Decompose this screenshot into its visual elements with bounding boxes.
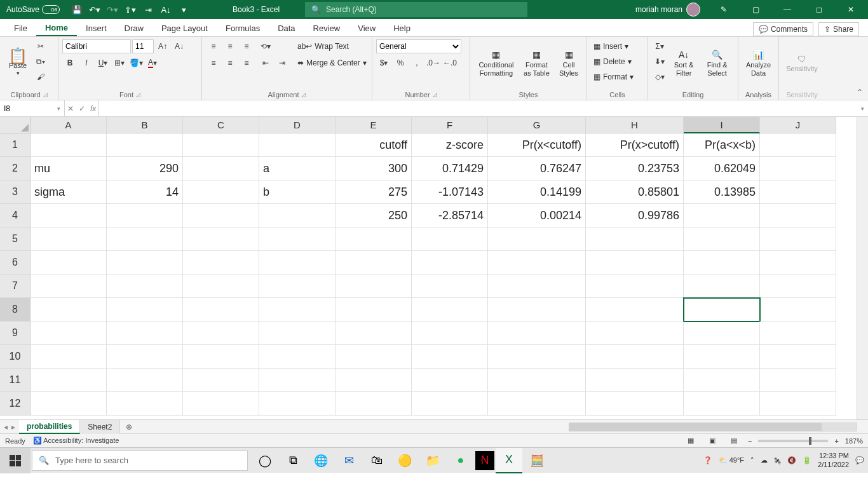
cell-C6[interactable] [183,251,259,274]
cell-G11[interactable] [488,369,586,392]
edge-icon[interactable]: 🌐 [308,448,334,473]
align-bottom-icon[interactable]: ≡ [239,39,254,53]
cell-A12[interactable] [31,392,107,416]
cell-I3[interactable]: 0.13985 [684,180,760,204]
cell-J4[interactable] [760,204,836,227]
cell-I2[interactable]: 0.62049 [684,157,760,180]
cell-I5[interactable] [684,227,760,251]
tab-data[interactable]: Data [269,20,304,36]
cell-F8[interactable] [412,298,488,322]
name-box-input[interactable] [4,104,42,113]
cell-H9[interactable] [586,322,684,345]
cell-J2[interactable] [760,157,836,180]
find-select-button[interactable]: 🔍Find & Select [700,39,734,88]
font-name-input[interactable] [62,39,131,53]
cell-G5[interactable] [488,227,586,251]
cell-H11[interactable] [586,369,684,392]
cell-A9[interactable] [31,322,107,345]
cell-A5[interactable] [31,227,107,251]
cell-J1[interactable] [760,133,836,157]
cell-G10[interactable] [488,345,586,369]
zoom-in-icon[interactable]: + [834,437,838,445]
wrap-text-button[interactable]: ab↩Wrap Text [295,39,369,53]
border-button[interactable]: ⊞▾ [112,56,127,70]
cell-A6[interactable] [31,251,107,274]
cell-E1[interactable]: cutoff [336,133,412,157]
start-button[interactable] [0,448,31,473]
cell-E5[interactable] [336,227,412,251]
row-header[interactable]: 1 [0,133,31,157]
cell-F1[interactable]: z-score [412,133,488,157]
cell-J8[interactable] [760,298,836,322]
clock[interactable]: 12:33 PM 2/11/2022 [818,452,849,468]
align-top-icon[interactable]: ≡ [206,39,221,53]
chevron-down-icon[interactable]: ▾ [57,105,60,112]
qat-btn-2[interactable]: ⇥ [140,2,156,17]
conditional-formatting-button[interactable]: ▦Conditional Formatting [474,39,519,88]
row-header[interactable]: 12 [0,392,31,416]
cell-D9[interactable] [259,322,336,345]
tab-home[interactable]: Home [36,20,77,36]
cell-D2[interactable]: a [259,157,336,180]
increase-indent-icon[interactable]: ⇥ [275,56,290,70]
cell-I12[interactable] [684,392,760,416]
cell-B5[interactable] [107,227,183,251]
cell-F12[interactable] [412,392,488,416]
cell-E11[interactable] [336,369,412,392]
cell-C10[interactable] [183,345,259,369]
cell-D12[interactable] [259,392,336,416]
orientation-icon[interactable]: ⟲▾ [258,39,273,53]
cell-C2[interactable] [183,157,259,180]
cell-B6[interactable] [107,251,183,274]
delete-cells-button[interactable]: ▦Delete▾ [591,55,636,69]
cell-H7[interactable] [586,274,684,298]
cell-F2[interactable]: 0.71429 [412,157,488,180]
row-header[interactable]: 6 [0,251,31,274]
cell-C1[interactable] [183,133,259,157]
row-header[interactable]: 8 [0,298,31,322]
volume-icon[interactable]: 🔇 [787,456,796,464]
store-icon[interactable]: 🛍 [363,448,390,473]
cell-D11[interactable] [259,369,336,392]
column-header[interactable]: F [412,117,488,133]
select-all-corner[interactable] [0,117,31,133]
cell-D8[interactable] [259,298,336,322]
name-box[interactable]: ▾ [0,100,65,116]
cell-J12[interactable] [760,392,836,416]
cell-A4[interactable] [31,204,107,227]
cell-J6[interactable] [760,251,836,274]
page-break-view-icon[interactable]: ▤ [726,435,742,447]
cell-E7[interactable] [336,274,412,298]
calculator-icon[interactable]: 🧮 [524,448,550,473]
cell-J11[interactable] [760,369,836,392]
align-right-icon[interactable]: ≡ [239,56,254,70]
explorer-icon[interactable]: 📁 [419,448,446,473]
merge-center-button[interactable]: ⬌Merge & Center▾ [295,56,369,70]
tab-page-layout[interactable]: Page Layout [153,20,217,36]
ribbon-display-icon[interactable]: ▢ [741,0,770,19]
align-left-icon[interactable]: ≡ [206,56,221,70]
cell-A10[interactable] [31,345,107,369]
cell-I9[interactable] [684,322,760,345]
cell-G3[interactable]: 0.14199 [488,180,586,204]
cell-J9[interactable] [760,322,836,345]
column-header[interactable]: I [684,117,760,133]
cell-C9[interactable] [183,322,259,345]
sheet-nav-next-icon[interactable]: ▸ [11,423,15,431]
autosave-toggle[interactable]: AutoSave Off [0,5,66,14]
row-header[interactable]: 11 [0,369,31,392]
cell-D3[interactable]: b [259,180,336,204]
cell-B2[interactable]: 290 [107,157,183,180]
comma-icon[interactable]: , [409,56,424,70]
share-button[interactable]: ⇪Share [818,22,859,36]
redo-icon[interactable]: ↷▾ [104,2,121,17]
cell-C5[interactable] [183,227,259,251]
cell-E2[interactable]: 300 [336,157,412,180]
cell-I11[interactable] [684,369,760,392]
cell-B9[interactable] [107,322,183,345]
cell-F5[interactable] [412,227,488,251]
qat-customize-icon[interactable]: ▾ [175,2,192,17]
account-button[interactable]: moriah moran [635,3,700,17]
cell-G8[interactable] [488,298,586,322]
cell-F3[interactable]: -1.07143 [412,180,488,204]
